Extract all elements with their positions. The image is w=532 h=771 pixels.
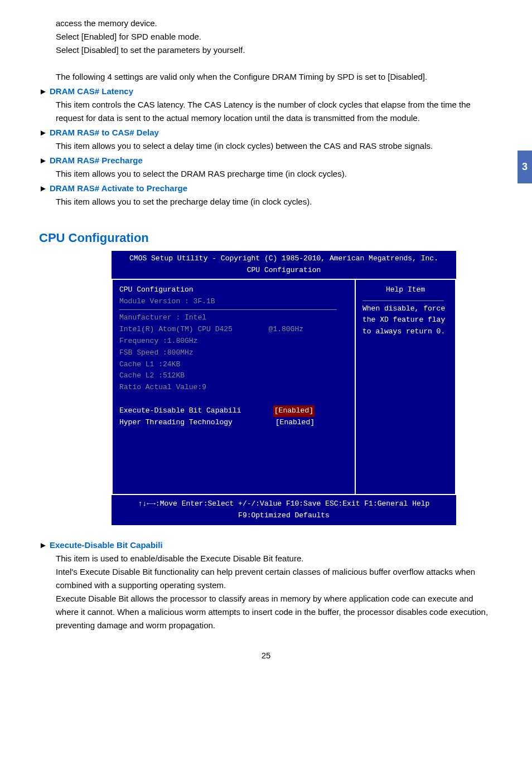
frequency: Frequency :1.80GHz xyxy=(119,336,348,347)
footer-line2: F9:Optimized Defaults xyxy=(118,510,449,522)
arrow-icon: ► xyxy=(39,86,50,96)
cpu-config-heading: CPU Configuration xyxy=(39,228,493,248)
bios-title-line1: CMOS Setup Utility - Copyright (C) 1985-… xyxy=(114,253,454,265)
hyper-threading-label[interactable]: Hyper Threading Technology xyxy=(119,417,233,429)
arrow-icon: ► xyxy=(39,156,50,165)
exec-bit-body2: Intel's Execute Disable Bit functionalit… xyxy=(56,565,493,592)
cas-latency-heading: DRAM CAS# Latency xyxy=(50,86,133,96)
ras-to-cas-heading: DRAM RAS# to CAS# Delay xyxy=(50,128,159,137)
hyper-threading-value[interactable]: [Enabled] xyxy=(275,417,315,429)
cas-latency-body: This item controls the CAS latency. The … xyxy=(56,98,493,125)
bios-screen: CMOS Setup Utility - Copyright (C) 1985-… xyxy=(112,250,456,525)
ras-to-cas-body: This item allows you to select a delay t… xyxy=(56,139,493,153)
manufacturer: Manufacturer : Intel xyxy=(119,312,348,324)
arrow-icon: ► xyxy=(39,540,50,550)
ras-precharge-body: This item allows you to select the DRAM … xyxy=(56,167,493,181)
bios-left-panel: CPU Configuration Module Version : 3F.1B… xyxy=(112,279,356,496)
ratio: Ratio Actual Value:9 xyxy=(119,382,348,394)
help-item-label: Help Item xyxy=(362,284,448,296)
bios-right-panel: Help Item When disable, force the XD fea… xyxy=(356,279,456,496)
cpu-config-label: CPU Configuration xyxy=(119,284,348,296)
help-text: When disable, force the XD feature flay … xyxy=(362,303,448,338)
ras-activate-heading: DRAM RAS# Activate to Precharge xyxy=(50,183,187,193)
ras-activate-body: This item allows you to set the precharg… xyxy=(56,195,493,208)
exec-bit-heading: Execute-Disable Bit Capabili xyxy=(50,540,163,550)
intro-paragraph: access the memory device. Select [Enable… xyxy=(56,17,493,84)
cache-l2: Cache L2 :512KB xyxy=(119,370,348,382)
exec-bit-body3: Execute Disable Bit allows the processor… xyxy=(56,592,493,632)
divider xyxy=(119,309,337,310)
intro-line4: The following 4 settings are valid only … xyxy=(56,70,493,84)
divider xyxy=(362,300,444,301)
cache-l1: Cache L1 :24KB xyxy=(119,359,348,371)
page-number: 25 xyxy=(39,649,493,662)
footer-line1: ↑↓←→:Move Enter:Select +/-/:Value F10:Sa… xyxy=(118,498,449,510)
cpu-model: Intel(R) Atom(TM) CPU D425 xyxy=(119,324,233,336)
exec-disable-label[interactable]: Execute-Disable Bit Capabili xyxy=(119,405,241,417)
arrow-icon: ► xyxy=(39,183,50,193)
bios-footer: ↑↓←→:Move Enter:Select +/-/:Value F10:Sa… xyxy=(112,495,456,525)
cpu-speed: @1.80GHz xyxy=(269,324,303,336)
side-page-badge: 3 xyxy=(518,151,532,183)
intro-line1: access the memory device. xyxy=(56,17,493,30)
bios-title-line2: CPU Configuration xyxy=(114,265,454,277)
fsb-speed: FSB Speed :800MHz xyxy=(119,347,348,359)
ras-precharge-heading: DRAM RAS# Precharge xyxy=(50,156,143,165)
bios-title: CMOS Setup Utility - Copyright (C) 1985-… xyxy=(112,251,456,279)
arrow-icon: ► xyxy=(39,128,50,137)
exec-disable-value[interactable]: [Enabled] xyxy=(273,405,315,417)
module-version: Module Version : 3F.1B xyxy=(119,296,348,308)
exec-bit-body1: This item is used to enable/disable the … xyxy=(56,552,493,565)
intro-line2: Select [Enabled] for SPD enable mode. xyxy=(56,30,493,43)
intro-line3: Select [Disabled] to set the parameters … xyxy=(56,43,493,57)
